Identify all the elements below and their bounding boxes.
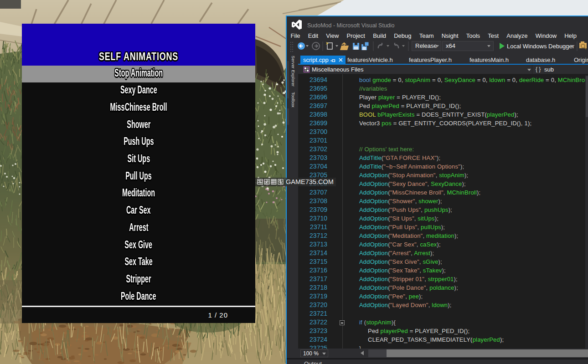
svg-text:Release: Release: [415, 42, 437, 49]
svg-text:Local Windows Debugger: Local Windows Debugger: [507, 43, 575, 50]
svg-text:x64: x64: [446, 42, 455, 49]
